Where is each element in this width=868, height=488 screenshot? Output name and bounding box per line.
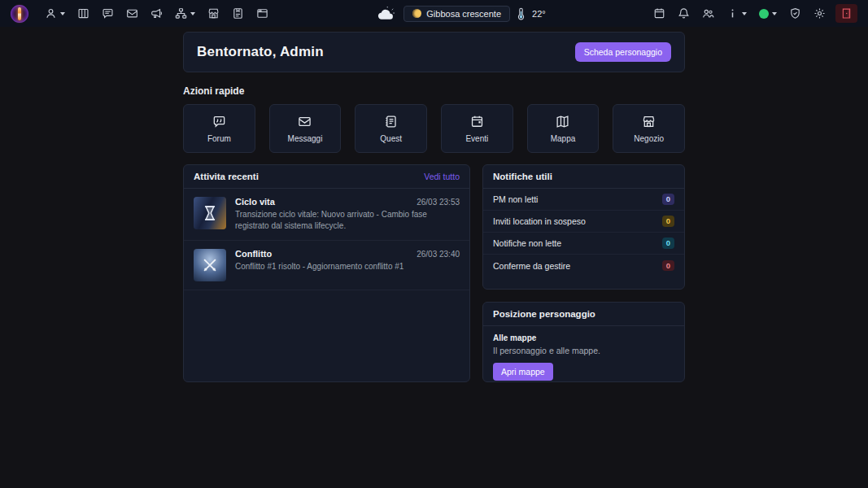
moderation-button[interactable] [787, 4, 804, 23]
chevron-down-icon [190, 12, 195, 15]
quick-action-shop[interactable]: Negozio [613, 104, 685, 153]
chevron-down-icon [60, 12, 65, 15]
calendar-nav-button[interactable] [651, 4, 668, 23]
window-icon [256, 7, 268, 20]
notifications-button[interactable] [675, 4, 692, 23]
activity-item-body: Conflitto 26/03 23:40 Conflitto #1 risol… [235, 249, 460, 281]
right-column: Notifiche utili PM non letti 0 Inviti lo… [482, 164, 685, 382]
quick-action-label: Mappa [551, 134, 576, 143]
cloud-sun-icon [376, 6, 396, 22]
panel-title: Notifiche utili [493, 172, 552, 181]
gear-icon [813, 7, 826, 20]
quick-action-label: Eventi [465, 134, 488, 143]
settings-button[interactable] [811, 4, 828, 23]
quick-action-events[interactable]: Eventi [441, 104, 513, 153]
activity-item[interactable]: Conflitto 26/03 23:40 Conflitto #1 risol… [184, 241, 469, 290]
calendar-icon [470, 115, 484, 129]
columns-icon [77, 7, 89, 20]
view-all-link[interactable]: Vedi tutto [424, 172, 460, 181]
count-badge: 0 [662, 194, 674, 205]
crossed-swords-artwork-thumbnail [194, 249, 226, 281]
users-icon [702, 7, 714, 20]
crossed-swords-icon [201, 256, 219, 274]
activity-description: Conflitto #1 risolto - Aggiornamento con… [235, 261, 430, 272]
character-sheet-button[interactable]: Scheda personaggio [575, 42, 671, 62]
recent-activity-header: Attivita recenti Vedi tutto [184, 165, 469, 189]
useful-notifications-panel: Notifiche utili PM non letti 0 Inviti lo… [482, 164, 685, 290]
journal-icon [232, 7, 244, 20]
envelope-icon [298, 115, 312, 129]
notification-label: Conferme da gestire [493, 261, 570, 271]
activity-timestamp: 26/03 23:53 [417, 198, 460, 207]
moon-phase-icon [412, 9, 421, 18]
site-logo[interactable] [11, 5, 28, 23]
welcome-card: Bentornato, Admin Scheda personaggio [183, 32, 685, 72]
user-menu-button[interactable] [42, 4, 68, 23]
notification-row-pm[interactable]: PM non letti 0 [483, 189, 684, 211]
columns-nav-button[interactable] [75, 4, 92, 23]
quick-action-label: Forum [207, 134, 231, 143]
quick-action-map[interactable]: Mappa [527, 104, 600, 153]
top-navbar: Gibbosa crescente 22° [0, 0, 868, 27]
info-icon [726, 7, 739, 20]
sitemap-icon [175, 7, 187, 20]
character-position-panel: Posizione personaggio Alle mappe Il pers… [482, 302, 685, 382]
activity-item-body: Ciclo vita 26/03 23:53 Transizione ciclo… [235, 197, 460, 232]
activity-description: Transizione ciclo vitale: Nuovo arrivato… [235, 209, 430, 232]
character-position-body: Alle mappe Il personaggio e alle mappe. … [483, 326, 684, 382]
map-icon [556, 115, 569, 129]
journal-nav-button[interactable] [229, 4, 246, 23]
activity-timestamp: 26/03 23:40 [417, 250, 460, 259]
hourglass-artwork-thumbnail [194, 197, 226, 229]
activity-title: Conflitto [235, 249, 272, 259]
announcements-nav-button[interactable] [148, 4, 165, 23]
quick-actions-heading: Azioni rapide [183, 85, 685, 97]
members-nav-button[interactable] [700, 4, 717, 23]
location-description: Il personaggio e alle mappe. [493, 346, 674, 355]
chat-icon [102, 7, 114, 20]
bell-icon [678, 7, 690, 20]
moon-phase-pill[interactable]: Gibbosa crescente [403, 6, 510, 22]
status-dot [759, 9, 769, 19]
hourglass-icon [201, 204, 219, 222]
status-menu-button[interactable] [757, 6, 779, 22]
notification-label: PM non letti [493, 194, 538, 204]
notification-row-invites[interactable]: Inviti location in sospeso 0 [483, 211, 684, 233]
logout-button[interactable] [835, 4, 857, 23]
notification-label: Notifiche non lette [493, 238, 561, 248]
notification-row-confirms[interactable]: Conferme da gestire 0 [483, 255, 684, 277]
structure-menu-button[interactable] [172, 4, 198, 23]
envelope-icon [126, 7, 138, 20]
activity-item[interactable]: Ciclo vita 26/03 23:53 Transizione ciclo… [184, 189, 469, 241]
journal-text-icon [384, 115, 398, 129]
quick-action-messages[interactable]: Messaggi [269, 104, 342, 153]
quick-action-label: Negozio [634, 134, 664, 143]
shop-icon [642, 115, 656, 129]
panel-nav-button[interactable] [254, 4, 271, 23]
quick-actions-grid: Forum Messaggi Quest Eventi Mappa Negozi… [183, 104, 685, 153]
chat-quote-icon [212, 115, 226, 129]
activity-title: Ciclo vita [235, 197, 275, 207]
logout-door-icon [840, 7, 853, 20]
chevron-down-icon [742, 12, 747, 15]
navbar-right-group [651, 4, 857, 23]
calendar-icon [653, 7, 665, 20]
messages-nav-button[interactable] [124, 4, 141, 23]
shop-nav-button[interactable] [205, 4, 222, 23]
forum-nav-button[interactable] [99, 4, 116, 23]
info-menu-button[interactable] [724, 4, 749, 23]
dashboard-content: Bentornato, Admin Scheda personaggio Azi… [183, 32, 685, 382]
recent-activity-panel: Attivita recenti Vedi tutto Ciclo vita 2… [183, 164, 470, 382]
moon-phase-label: Gibbosa crescente [426, 9, 501, 19]
quick-action-forum[interactable]: Forum [183, 104, 255, 153]
notification-label: Inviti location in sospeso [493, 216, 586, 226]
navbar-left-group [11, 4, 271, 23]
quick-action-quest[interactable]: Quest [355, 104, 427, 153]
open-maps-button[interactable]: Apri mappe [493, 363, 553, 381]
character-position-header: Posizione personaggio [483, 303, 684, 326]
quick-action-label: Quest [380, 134, 402, 143]
shop-icon [207, 7, 220, 20]
temperature-label: 22° [532, 9, 546, 19]
shield-icon [789, 7, 801, 20]
notification-row-unread[interactable]: Notifiche non lette 0 [483, 233, 684, 255]
